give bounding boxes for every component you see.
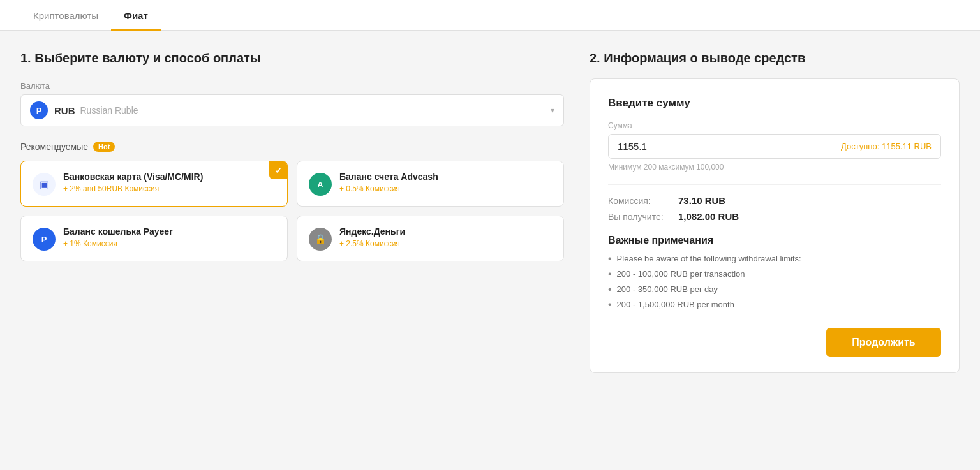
yandex-icon: 🔒 [309, 228, 332, 251]
hot-badge: Hot [93, 142, 115, 152]
tab-fiat[interactable]: Фиат [111, 0, 161, 31]
note-item-3: 200 - 1,500,000 RUB per month [608, 300, 941, 310]
continue-button[interactable]: Продолжить [826, 328, 941, 357]
bank-card-name: Банковская карта (Visa/MC/MIR) [63, 172, 276, 182]
left-section-title: 1. Выберите валюту и способ оплаты [20, 51, 564, 66]
advcash-info: Баланс счета Advcash + 0.5% Комиссия [339, 172, 552, 193]
currency-code: RUB [54, 105, 75, 116]
currency-icon: P [30, 101, 48, 119]
receive-label: Вы получите: [608, 212, 678, 222]
info-card: Введите сумму Сумма Доступно: 1155.11 RU… [590, 78, 960, 373]
note-item-0: Please be aware of the following withdra… [608, 254, 941, 264]
right-section-title: 2. Информация о выводе средств [590, 51, 960, 66]
bank-card-icon: ▣ [33, 173, 56, 196]
amount-input[interactable] [618, 141, 841, 152]
advcash-fee: + 0.5% Комиссия [339, 184, 552, 193]
right-panel: 2. Информация о выводе средств Введите с… [590, 51, 960, 373]
currency-field-label: Валюта [20, 81, 564, 91]
tab-crypto[interactable]: Криптовалюты [20, 0, 111, 31]
fee-value: 73.10 RUB [678, 195, 725, 206]
yandex-name: Яндекс.Деньги [339, 226, 552, 237]
payeer-info: Баланс кошелька Payeer + 1% Комиссия [63, 226, 276, 248]
chevron-down-icon: ▾ [551, 106, 554, 115]
fee-label: Комиссия: [608, 196, 678, 206]
fee-row: Комиссия: 73.10 RUB [608, 195, 941, 206]
page-container: Криптовалюты Фиат 1. Выберите валюту и с… [0, 0, 980, 470]
left-panel: 1. Выберите валюту и способ оплаты Валют… [20, 51, 590, 261]
payment-methods-grid: ▣ Банковская карта (Visa/MC/MIR) + 2% an… [20, 161, 564, 261]
amount-input-row: Доступно: 1155.11 RUB [608, 134, 941, 159]
yandex-info: Яндекс.Деньги + 2.5% Комиссия [339, 226, 552, 248]
payment-card-advcash[interactable]: A Баланс счета Advcash + 0.5% Комиссия [297, 161, 564, 207]
bank-card-fee: + 2% and 50RUB Комиссия [63, 184, 276, 193]
available-text: Доступно: 1155.11 RUB [841, 142, 932, 151]
recommended-label: Рекомендуемые Hot [20, 142, 564, 152]
min-max-hint: Минимум 200 максимум 100,000 [608, 163, 941, 172]
receive-row: Вы получите: 1,082.00 RUB [608, 211, 941, 222]
main-layout: 1. Выберите валюту и способ оплаты Валют… [0, 31, 980, 393]
advcash-icon: A [309, 173, 332, 196]
notes-title: Важные примечания [608, 235, 941, 246]
yandex-fee: + 2.5% Комиссия [339, 239, 552, 248]
payeer-name: Баланс кошелька Payeer [63, 226, 276, 237]
notes-list: Please be aware of the following withdra… [608, 254, 941, 310]
payment-card-payeer[interactable]: P Баланс кошелька Payeer + 1% Комиссия [20, 216, 288, 261]
payment-card-bank[interactable]: ▣ Банковская карта (Visa/MC/MIR) + 2% an… [20, 161, 288, 207]
note-item-2: 200 - 350,000 RUB per day [608, 284, 941, 295]
tabs-bar: Криптовалюты Фиат [0, 0, 980, 31]
currency-name: Russian Ruble [80, 105, 551, 115]
payeer-fee: + 1% Комиссия [63, 239, 276, 248]
divider-1 [608, 184, 941, 185]
currency-select[interactable]: P RUB Russian Ruble ▾ [20, 94, 564, 126]
note-item-1: 200 - 100,000 RUB per transaction [608, 269, 941, 279]
payment-card-yandex[interactable]: 🔒 Яндекс.Деньги + 2.5% Комиссия [297, 216, 564, 261]
enter-amount-title: Введите сумму [608, 97, 941, 110]
amount-field-label: Сумма [608, 121, 941, 130]
bank-card-info: Банковская карта (Visa/MC/MIR) + 2% and … [63, 172, 276, 193]
receive-value: 1,082.00 RUB [678, 211, 739, 222]
advcash-name: Баланс счета Advcash [339, 172, 552, 182]
payeer-icon: P [33, 228, 56, 251]
